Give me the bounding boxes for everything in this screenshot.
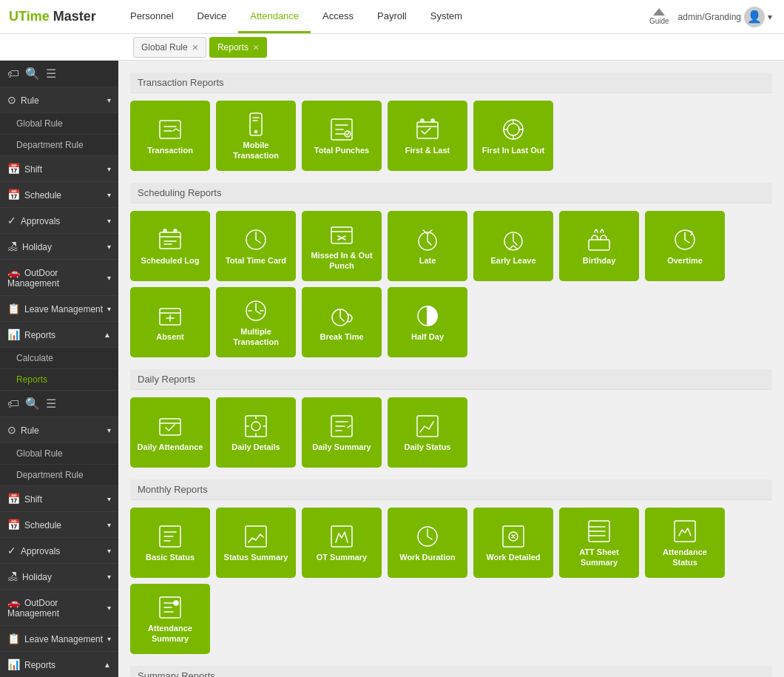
sidebar-schedule-label-2: Schedule [24, 520, 61, 531]
missed-in-out-icon [328, 221, 355, 248]
daily-card-grid: Daily Attendance Daily Details Daily Sum… [130, 397, 772, 468]
sidebar-approvals-icon-2: ✓ [7, 545, 16, 556]
sidebar-tag-icon-2[interactable]: 🏷 [7, 397, 19, 411]
total-time-card-icon [243, 226, 269, 253]
card-basic-status[interactable]: Basic Status [130, 508, 210, 578]
card-missed-in-out[interactable]: Missed In & Out Punch [302, 211, 382, 281]
card-total-punches[interactable]: Total Punches [302, 101, 382, 171]
svg-rect-30 [331, 526, 352, 547]
card-overtime[interactable]: Overtime [645, 211, 725, 281]
sidebar-item-dept-rule-2[interactable]: Department Rule [0, 464, 118, 485]
card-daily-summary[interactable]: Daily Summary [302, 397, 382, 468]
card-status-summary[interactable]: Status Summary [216, 508, 296, 578]
sidebar-schedule-1-header[interactable]: 📅Schedule ▾ [0, 182, 118, 207]
sidebar-section-schedule-2: 📅Schedule ▾ [0, 512, 118, 538]
sidebar-reports-1-header[interactable]: 📊Reports ▲ [0, 322, 118, 347]
tab-bar: Global Rule × Reports × [0, 34, 784, 61]
sidebar-holiday-1-header[interactable]: 🏖Holiday ▾ [0, 234, 118, 259]
sidebar-menu-icon-2[interactable]: ☰ [46, 397, 56, 411]
card-absent[interactable]: Absent [130, 287, 210, 357]
card-att-sheet-summary[interactable]: ATT Sheet Summary [559, 508, 639, 578]
card-work-duration[interactable]: Work Duration [388, 508, 467, 578]
sidebar-section-schedule-1: 📅Schedule ▾ [0, 182, 118, 208]
tab-global-rule-label: Global Rule [141, 42, 188, 53]
sidebar-shift-2-header[interactable]: 📅Shift ▾ [0, 486, 118, 511]
sidebar-menu-icon[interactable]: ☰ [46, 67, 56, 81]
sidebar-reports-icon-2: 📊 [7, 659, 20, 670]
svg-point-2 [255, 131, 257, 133]
logo-brand: UTime [9, 9, 50, 24]
card-late[interactable]: Late [388, 211, 467, 281]
nav-attendance[interactable]: Attendance [238, 0, 311, 33]
sidebar-reports-2-header[interactable]: 📊Reports ▲ [0, 652, 118, 677]
transaction-card-grid: Transaction Mobile Transaction Total Pun… [130, 101, 772, 171]
sidebar-reports-icon: 📊 [7, 329, 20, 340]
svg-rect-14 [331, 227, 352, 243]
nav-personnel[interactable]: Personnel [118, 0, 186, 33]
card-transaction[interactable]: Transaction [130, 101, 210, 171]
sidebar-outdoor-1-header[interactable]: 🚗OutDoor Management ▾ [0, 260, 118, 295]
card-first-in-last-out[interactable]: First In Last Out [473, 101, 553, 171]
sidebar-search-icon-2[interactable]: 🔍 [25, 397, 40, 411]
card-multiple-transaction-label: Multiple Transaction [222, 327, 290, 346]
sidebar-shift-1-header[interactable]: 📅Shift ▾ [0, 156, 118, 181]
sidebar-rule-1-header[interactable]: ⊙Rule ▾ [0, 87, 118, 112]
card-half-day[interactable]: Half Day [388, 287, 467, 357]
sidebar-approvals-1-header[interactable]: ✓Approvals ▾ [0, 208, 118, 233]
sidebar-shift-chevron-2: ▾ [107, 495, 111, 503]
sidebar-tag-icon[interactable]: 🏷 [7, 67, 19, 81]
sidebar-schedule-2-header[interactable]: 📅Schedule ▾ [0, 512, 118, 537]
tab-global-rule-close[interactable]: × [192, 42, 198, 53]
card-mobile-transaction[interactable]: Mobile Transaction [216, 101, 296, 171]
nav-device[interactable]: Device [186, 0, 239, 33]
top-right: Guide admin/Granding 👤 ▾ [638, 7, 784, 27]
card-daily-status[interactable]: Daily Status [388, 397, 467, 468]
sidebar-item-calculate-1[interactable]: Calculate [0, 347, 118, 368]
sidebar-toolbar: 🏷 🔍 ☰ [0, 61, 118, 87]
tab-reports-close[interactable]: × [253, 42, 259, 53]
card-daily-details[interactable]: Daily Details [216, 397, 296, 468]
sidebar-reports-chevron: ▲ [104, 331, 111, 339]
card-attendance-status[interactable]: Attendance Status [645, 508, 725, 578]
sidebar-rule-label: Rule [21, 95, 39, 106]
sidebar-rule-icon-2: ⊙ [7, 424, 16, 436]
sidebar-rule-2-header[interactable]: ⊙Rule ▾ [0, 417, 118, 442]
sidebar-item-reports-1[interactable]: Reports [0, 368, 118, 390]
tab-global-rule[interactable]: Global Rule × [133, 37, 206, 58]
user-menu[interactable]: admin/Granding 👤 ▾ [678, 7, 772, 27]
sidebar-leave-1-header[interactable]: 📋Leave Management ▾ [0, 296, 118, 321]
sidebar-holiday-2-header[interactable]: 🏖Holiday ▾ [0, 564, 118, 589]
tab-reports[interactable]: Reports × [209, 37, 267, 58]
nav-payroll[interactable]: Payroll [365, 0, 419, 33]
card-daily-attendance[interactable]: Daily Attendance [130, 397, 210, 468]
card-work-detailed[interactable]: Work Detailed [473, 508, 553, 578]
guide-button[interactable]: Guide [649, 8, 669, 25]
sidebar-item-global-rule-2[interactable]: Global Rule [0, 442, 118, 464]
card-total-time-card[interactable]: Total Time Card [216, 211, 296, 281]
svg-rect-23 [160, 419, 180, 435]
card-scheduled-log[interactable]: Scheduled Log [130, 211, 210, 281]
nav-access[interactable]: Access [311, 0, 365, 33]
card-break-time[interactable]: Break Time [302, 287, 382, 357]
card-birthday[interactable]: Birthday [559, 211, 639, 281]
card-attendance-summary[interactable]: Attendance Summary [130, 584, 210, 654]
sidebar-section-shift-1: 📅Shift ▾ [0, 156, 118, 182]
card-ot-summary-label: OT Summary [317, 553, 367, 562]
sidebar-approvals-label-2: Approvals [21, 546, 60, 556]
sidebar-item-dept-rule-1[interactable]: Department Rule [0, 134, 118, 155]
sidebar-search-icon[interactable]: 🔍 [25, 67, 40, 81]
sidebar-schedule-icon-2: 📅 [7, 519, 20, 531]
sidebar-section-holiday-1: 🏖Holiday ▾ [0, 234, 118, 260]
card-ot-summary[interactable]: OT Summary [302, 508, 382, 578]
nav-system[interactable]: System [419, 0, 474, 33]
card-first-last[interactable]: First & Last [388, 101, 467, 171]
card-early-leave[interactable]: Early Leave [473, 211, 553, 281]
sidebar-approvals-2-header[interactable]: ✓Approvals ▾ [0, 538, 118, 563]
sidebar-outdoor-2-header[interactable]: 🚗OutDoor Management ▾ [0, 590, 118, 625]
section-title-scheduling: Scheduling Reports [130, 183, 772, 203]
sidebar-item-global-rule-1[interactable]: Global Rule [0, 112, 118, 134]
svg-rect-17 [589, 240, 609, 250]
sidebar-leave-2-header[interactable]: 📋Leave Management ▾ [0, 626, 118, 651]
attendance-status-icon [672, 518, 698, 545]
card-multiple-transaction[interactable]: Multiple Transaction [216, 287, 296, 357]
